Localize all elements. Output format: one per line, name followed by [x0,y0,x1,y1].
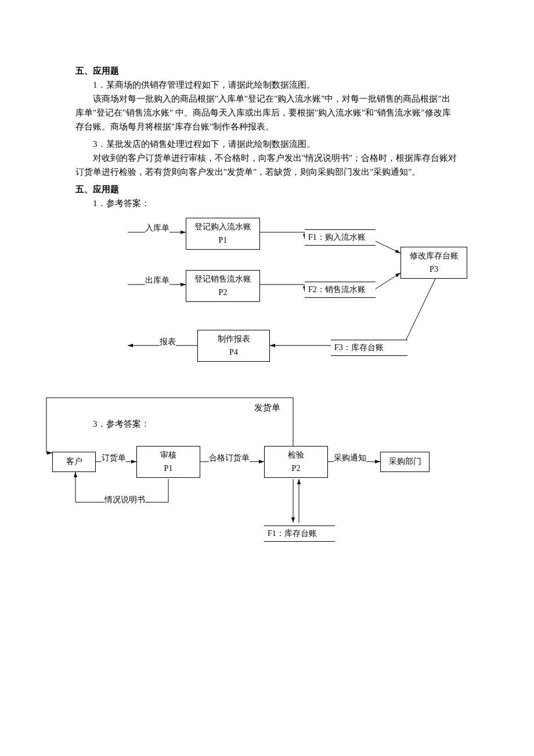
answer1-label: 1．参考答案： [75,196,459,210]
diagram-2: 客户 审核 P1 检验 P2 采购部门 F1：库存台账 订货单 合格订货单 采购… [35,435,459,569]
check-label: 检验 [288,449,304,462]
audit-label: 审核 [160,449,176,462]
p2-label: 登记销售流水账 [194,273,251,286]
label-purchase-notice: 采购通知 [334,452,366,465]
process-p1: 登记购入流水账 P1 [186,218,260,250]
p4-label: 制作报表 [218,333,250,345]
customer-label: 客户 [66,455,82,468]
store-f3: F3：库存台账 [331,340,407,356]
p1-label: 登记购入流水账 [194,221,251,233]
p3-id: P3 [430,263,438,276]
svg-line-6 [371,239,400,253]
q3-title: 3．某批发店的销售处理过程如下，请据此绘制数据流图。 [75,137,459,151]
check-id: P2 [292,462,301,475]
label-order: 订货单 [102,452,126,465]
audit-id: P1 [164,462,173,475]
label-ok-order: 合格订货单 [209,452,250,465]
q3-body: 对收到的客户订货单进行审核，不合格时，向客户发出"情况说明书"；合格时，根据库存… [75,151,459,179]
entity-purchase-dept: 采购部门 [380,452,430,472]
label-out-store: 出库单 [145,274,169,287]
process-p3: 修改库存台账 P3 [400,247,467,279]
label-report: 报表 [160,336,176,348]
heading-answers: 五、应用题 [75,182,459,196]
process-check: 检验 P2 [264,446,328,478]
svg-line-8 [403,279,435,345]
entity-customer: 客户 [52,452,96,472]
process-p2: 登记销售流水账 P2 [186,270,260,302]
store-f1: F1：购入流水账 [305,229,376,246]
svg-line-7 [371,273,400,291]
q1-body: 该商场对每一批购入的商品根据"入库单"登记在"购入流水账"中，对每一批销售的商品… [75,92,459,134]
label-ship-top: 发货单 [254,403,280,412]
store-f2: F2：销售流水账 [305,282,376,298]
p1-id: P1 [219,234,228,247]
heading-section: 五、应用题 [75,64,459,78]
label-description: 情况说明书 [104,494,145,506]
p4-id: P4 [229,346,238,359]
q1-title: 1．某商场的供销存管理过程如下，请据此绘制数据流图。 [75,78,459,92]
process-audit: 审核 P1 [136,446,200,478]
diagram-1: 登记购入流水账 P1 登记销售流水账 P2 修改库存台账 P3 制作报表 P4 … [75,215,459,377]
p2-id: P2 [219,286,228,299]
label-in-store: 入库单 [145,222,169,235]
p3-label: 修改库存台账 [410,250,459,262]
process-p4: 制作报表 P4 [197,330,270,362]
dept-label: 采购部门 [389,455,421,468]
store-stock: F1：库存台账 [264,525,335,542]
answer3-label: 3．参考答案： [75,417,459,431]
